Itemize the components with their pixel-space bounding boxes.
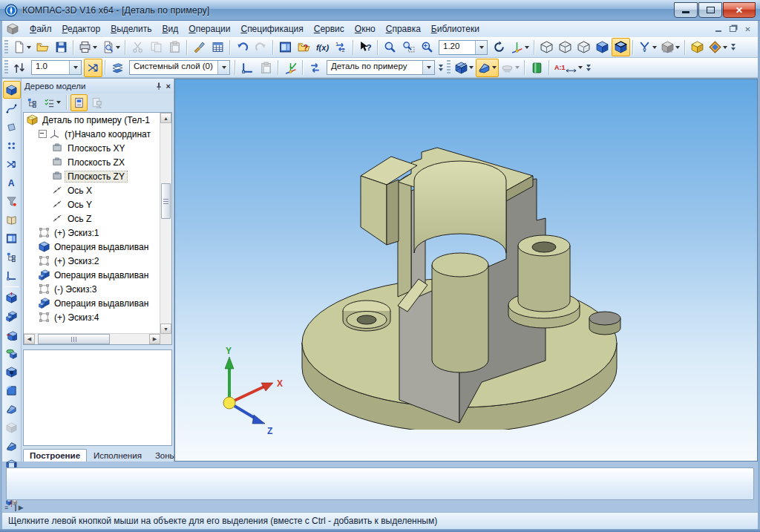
copy-object-properties-button[interactable] [257,59,275,77]
close-button[interactable]: ✕ [723,2,756,18]
tree-root[interactable]: Деталь по примеру (Тел-1 [24,113,160,127]
tree-item-sketch-1[interactable]: (+) Эскиз:1 [24,226,160,240]
mdi-close-button[interactable]: ✕ [742,24,753,34]
zoom-frame-button[interactable] [399,38,418,56]
tab-construction[interactable]: Построение [23,449,87,462]
tree-vertical-scrollbar[interactable]: ▲ ▼ [160,113,171,334]
additional-window-button[interactable] [88,94,105,111]
composition-document-button[interactable] [71,94,88,111]
fillet-operation-button[interactable] [3,381,21,399]
scroll-down-icon[interactable]: ▼ [160,324,171,334]
scroll-up-icon[interactable]: ▲ [160,113,171,123]
menu-service[interactable]: Сервис [309,22,350,36]
additional-display-button[interactable] [707,38,730,56]
scroll-right-icon[interactable]: ▶ [149,334,160,344]
mdi-restore-button[interactable] [727,24,738,34]
open-document-button[interactable] [33,38,52,56]
edit-part-button[interactable] [3,81,21,99]
disabled-operation-button[interactable] [3,418,21,436]
display-shaded-edges-button[interactable] [612,38,630,56]
print-button[interactable] [76,38,99,56]
specification-book-button[interactable] [3,211,21,229]
property-bar-handles[interactable]: ≡❙▶ [4,503,24,512]
conditions-a-button[interactable]: A [3,174,21,191]
hatched-cube-display-button[interactable] [453,59,476,77]
layers-button[interactable] [108,59,127,77]
tree-item-sketch-4[interactable]: (+) Эскиз:4 [24,310,160,324]
tree-item-axis-y[interactable]: Ось Y [24,197,160,211]
menu-specification[interactable]: Спецификация [235,22,308,36]
rib-operation-button[interactable] [3,400,21,418]
table-button[interactable] [209,38,227,56]
attach-operation-button[interactable] [3,326,21,344]
zoom-by-area-button[interactable] [381,38,399,56]
orientation-button[interactable] [508,38,531,56]
tree-item-sketch-2[interactable]: (+) Эскиз:2 [24,254,160,268]
large-cube-button[interactable] [688,38,707,56]
part-combo[interactable]: Деталь по примеру [327,60,435,75]
display-shaded-button[interactable] [593,38,612,56]
extrude-operation-alt-button[interactable] [3,307,21,325]
boolean-operation-button[interactable] [3,344,21,362]
tree-item-plane-zx[interactable]: Плоскость ZX [24,155,160,169]
maximize-button[interactable] [698,2,722,18]
tree-item-plane-xy[interactable]: Плоскость XY [24,141,160,155]
undo-button[interactable] [233,38,252,56]
spatial-curves-button[interactable] [3,99,21,117]
menu-help[interactable]: Справка [381,22,426,36]
zoom-scale-button[interactable]: + [418,38,436,56]
macro-bracket-button[interactable] [3,266,21,284]
tree-item-sketch-3[interactable]: (-) Эскиз:3 [24,282,160,296]
display-wireframe-button[interactable] [537,38,556,56]
save-document-button[interactable] [52,38,71,56]
menu-select[interactable]: Выделить [105,22,157,36]
simplified-display-button[interactable] [659,38,682,56]
zoom-combo-arrow[interactable] [475,41,487,54]
display-hidden-thin-button[interactable] [574,38,593,56]
new-document-button[interactable] [10,38,33,56]
menu-view[interactable]: Вид [157,22,184,36]
pin-icon[interactable] [154,82,163,91]
toolbar-grip[interactable] [4,40,8,55]
exchange-variables-button[interactable]: 12 [332,38,350,56]
cut-button[interactable] [128,38,147,56]
mdi-minimize-button[interactable] [712,24,724,34]
part-model[interactable] [286,133,643,430]
toolbar-grip[interactable] [4,60,8,75]
tree-item-extrude-2[interactable]: Операция выдавливан [24,268,160,282]
tree-item-axis-x[interactable]: Ось X [24,183,160,197]
minimize-button[interactable] [674,2,698,18]
cut-operation-button[interactable] [3,363,21,381]
zoom-combo[interactable]: 1.20 [439,40,488,55]
toolbar-overflow-button[interactable] [439,65,443,71]
fx-variables-button[interactable]: f(x) [313,38,332,56]
scrollbar-thumb[interactable] [38,334,110,344]
scrollbar-thumb[interactable] [161,183,171,219]
layer-combo-arrow[interactable] [217,61,229,74]
cursor-step-button[interactable] [10,59,29,77]
object-help-button[interactable]: ? [295,38,313,56]
ground-display-button[interactable] [499,59,522,77]
toolbar-grip[interactable] [447,60,451,75]
context-help-button[interactable]: ? [356,38,375,56]
step-combo-arrow[interactable] [69,61,81,74]
tree-item-origin[interactable]: (т)Начало координат [24,127,160,141]
surfaces-button[interactable] [3,118,21,136]
paste-button[interactable] [166,38,184,56]
panel-close-icon[interactable]: × [166,82,171,91]
viewport-3d[interactable]: Y X Z [174,79,758,462]
tree-item-axis-z[interactable]: Ось Z [24,211,160,226]
print-preview-button[interactable] [99,38,122,56]
dimension-style-button[interactable]: A:1 [552,59,585,77]
layout-window-button[interactable] [3,229,21,247]
draft-operation-button[interactable] [3,437,21,455]
scroll-left-icon[interactable]: ◀ [24,334,35,344]
menu-edit[interactable]: Редактор [57,22,106,36]
layer-combo[interactable]: Системный слой (0) [129,60,230,75]
round-step-toggle-button[interactable] [84,59,102,77]
change-part-button[interactable] [306,59,324,77]
tab-versions[interactable]: Исполнения [87,449,148,462]
menu-libraries[interactable]: Библиотеки [426,22,485,36]
collapse-icon[interactable] [39,130,47,138]
tree-horizontal-scrollbar[interactable]: ◀ ▶ [24,333,160,344]
